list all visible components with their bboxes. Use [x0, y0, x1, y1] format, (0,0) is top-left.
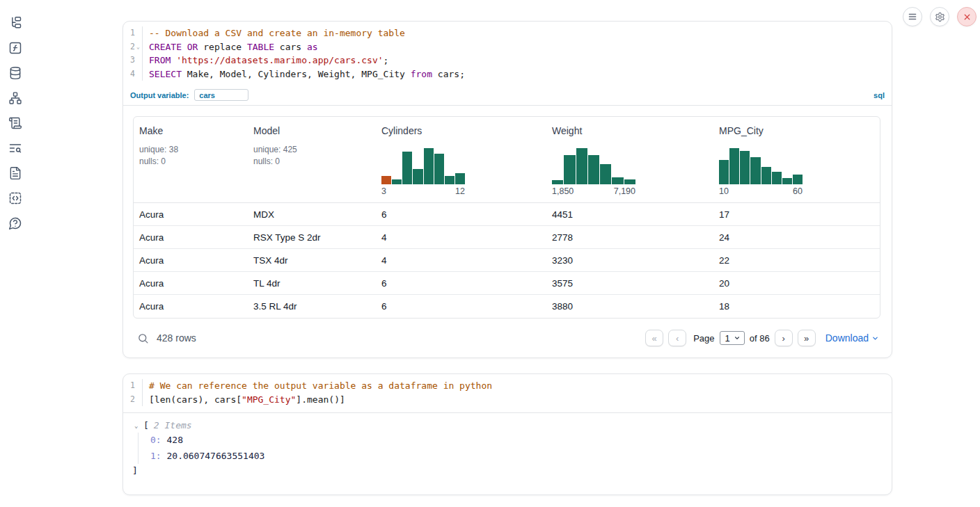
line-number: 2: [123, 393, 143, 407]
table-row[interactable]: AcuraTSX 4dr4323022: [134, 249, 880, 272]
histogram-bar[interactable]: [719, 160, 729, 184]
page-total-label: of 86: [750, 333, 770, 344]
dependency-graph-icon[interactable]: [8, 90, 23, 105]
code-line[interactable]: 3FROM 'https://datasets.marimo.app/cars.…: [123, 54, 892, 67]
code-line[interactable]: 1-- Download a CSV and create an in-memo…: [123, 26, 892, 40]
chevron-down-icon[interactable]: ⌄: [134, 422, 143, 429]
table-cell: 6: [376, 301, 546, 312]
histogram-max-label: 60: [793, 186, 803, 196]
function-square-icon[interactable]: [8, 40, 23, 55]
table-cell: 3880: [546, 301, 713, 312]
histogram-max-label: 7,190: [614, 186, 635, 196]
table-cell: 18: [713, 301, 880, 312]
histogram-bar[interactable]: [793, 175, 803, 184]
table-cell: 22: [713, 255, 880, 266]
table-row[interactable]: Acura3.5 RL 4dr6388018: [134, 295, 880, 318]
histogram-bar[interactable]: [402, 152, 412, 184]
column-header-model[interactable]: Modelunique: 425nulls: 0: [248, 117, 376, 202]
page-select[interactable]: 1: [720, 331, 745, 345]
histogram-bar[interactable]: [612, 177, 623, 184]
download-button[interactable]: Download: [825, 332, 879, 344]
python-code-editor[interactable]: 1# We can reference the output variable …: [123, 374, 892, 413]
histogram-bar[interactable]: [740, 151, 750, 184]
first-page-button[interactable]: «: [645, 330, 663, 346]
table-cell: 4: [376, 232, 546, 243]
tree-root[interactable]: ⌄ [ 2 Items: [134, 420, 892, 430]
sql-code-editor[interactable]: 1-- Download a CSV and create an in-memo…: [123, 22, 892, 85]
file-text-icon[interactable]: [8, 166, 23, 180]
language-badge[interactable]: sql: [874, 91, 885, 99]
last-page-button[interactable]: »: [798, 330, 816, 346]
tree-entry[interactable]: 0: 428: [150, 433, 892, 449]
column-histogram: 1,8507,190: [552, 148, 635, 196]
database-icon[interactable]: [8, 65, 23, 80]
histogram-bar[interactable]: [750, 157, 760, 184]
gear-icon: [935, 12, 945, 22]
histogram-bar[interactable]: [392, 179, 402, 184]
table-cell: Acura: [134, 301, 248, 312]
table-cell: 24: [713, 232, 880, 243]
download-label: Download: [825, 332, 869, 344]
column-header-weight[interactable]: Weight1,8507,190: [546, 117, 713, 202]
histogram-bar[interactable]: [588, 155, 599, 184]
histogram-bar[interactable]: [600, 164, 611, 184]
column-histogram: 312: [381, 148, 465, 196]
search-icon[interactable]: [137, 332, 149, 344]
histogram-bar[interactable]: [761, 167, 771, 184]
shutdown-button[interactable]: [957, 7, 977, 26]
histogram-min-label: 10: [719, 186, 729, 196]
tree-entry[interactable]: 1: 20.060747663551403: [150, 449, 892, 465]
help-icon[interactable]: [8, 216, 23, 230]
code-text: SELECT Make, Model, Cylinders, Weight, M…: [143, 67, 465, 81]
output-variable-input[interactable]: [194, 89, 248, 101]
column-name: Model: [253, 125, 370, 136]
histogram-bar[interactable]: [576, 148, 587, 184]
sidebar: [0, 15, 31, 230]
next-page-button[interactable]: ›: [775, 330, 793, 346]
histogram-min-label: 1,850: [552, 186, 574, 196]
code-line[interactable]: 2[len(cars), cars["MPG_City"].mean()]: [123, 393, 892, 407]
histogram-bar[interactable]: [552, 180, 563, 184]
histogram-bar[interactable]: [455, 173, 465, 184]
histogram-labels: 312: [381, 186, 465, 196]
column-header-cylinders[interactable]: Cylinders312: [376, 117, 546, 202]
table-row[interactable]: AcuraRSX Type S 2dr4277824: [134, 226, 880, 249]
text-search-icon[interactable]: [8, 140, 23, 155]
table-cell: 20: [713, 278, 880, 289]
histogram-bar[interactable]: [413, 169, 422, 184]
histogram-max-label: 12: [455, 186, 465, 196]
table-cell: Acura: [134, 209, 248, 220]
settings-button[interactable]: [930, 7, 949, 26]
tree-entries: 0: 4281: 20.060747663551403: [138, 433, 892, 464]
table-row[interactable]: AcuraTL 4dr6357520: [134, 272, 880, 295]
column-name: Cylinders: [381, 125, 541, 136]
code-line[interactable]: 1# We can reference the output variable …: [123, 379, 892, 393]
histogram-bar[interactable]: [381, 176, 391, 184]
histogram-bar[interactable]: [564, 155, 575, 184]
code-line[interactable]: 2⌄CREATE OR replace TABLE cars as: [123, 40, 892, 54]
column-header-make[interactable]: Makeunique: 38nulls: 0: [134, 117, 248, 202]
output-variable-bar: Output variable: sql: [123, 85, 892, 106]
column-header-mpg_city[interactable]: MPG_City1060: [713, 117, 880, 202]
menu-button[interactable]: [903, 7, 922, 26]
histogram-bar[interactable]: [782, 178, 792, 184]
histogram-bar[interactable]: [729, 148, 739, 184]
table-cell: MDX: [248, 209, 376, 220]
table-cell: Acura: [134, 255, 248, 266]
prev-page-button[interactable]: ‹: [668, 330, 686, 346]
histogram-bar[interactable]: [434, 154, 444, 184]
histogram-bar[interactable]: [445, 176, 455, 184]
histogram-bar[interactable]: [772, 172, 782, 184]
tree-entry-value: 20.060747663551403: [161, 451, 265, 461]
table-row[interactable]: AcuraMDX6445117: [134, 203, 880, 226]
table-cell: RSX Type S 2dr: [248, 232, 376, 243]
scroll-icon[interactable]: [8, 115, 23, 130]
code-line[interactable]: 4SELECT Make, Model, Cylinders, Weight, …: [123, 67, 892, 81]
histogram-bar[interactable]: [424, 148, 434, 184]
code-snippets-icon[interactable]: [8, 191, 23, 205]
file-tree-icon[interactable]: [8, 15, 23, 30]
table-cell: 3.5 RL 4dr: [248, 301, 376, 312]
fold-chevron-icon[interactable]: ⌄: [135, 40, 141, 54]
histogram-bar[interactable]: [624, 179, 635, 184]
topbar-actions: [903, 7, 977, 26]
